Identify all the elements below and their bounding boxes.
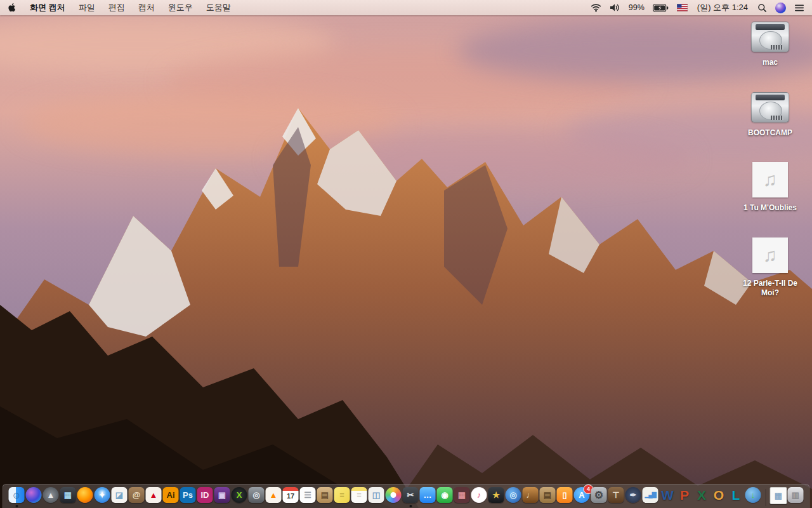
dock-item-vlc[interactable]: ▲ <box>265 487 282 508</box>
dock-item-acrobat[interactable]: ▲ <box>145 487 162 508</box>
dock-item-safari[interactable]: ✦ <box>94 487 111 508</box>
desktop-icon-tu-moublies[interactable]: ♫1 Tu M'Oublies <box>743 162 797 213</box>
desktop-icon-label: 12 Parle-T-Il De Moi? <box>734 279 806 298</box>
desktop-icon-label: mac <box>763 58 778 68</box>
numbers-icon: ▁▄▇ <box>643 487 658 503</box>
volume-icon <box>610 3 620 12</box>
toast-icon: ▣ <box>214 487 230 503</box>
dock-item-photos[interactable] <box>385 487 402 508</box>
firefox-icon <box>77 487 93 503</box>
menu-bar-clock[interactable]: (일) 오후 1:24 <box>696 2 749 13</box>
dock-item-finder[interactable]: ☺ <box>8 487 25 508</box>
battery-menu-item[interactable] <box>653 4 669 12</box>
dock-item-reminders[interactable]: ☰ <box>299 487 317 508</box>
dock-item-excel[interactable]: X <box>693 487 710 508</box>
hard-drive-icon <box>751 22 789 52</box>
menu-item-1[interactable]: 편집 <box>108 2 125 13</box>
dock-item-garageband[interactable]: ♩ <box>522 487 539 508</box>
input-source-menu-item[interactable] <box>677 4 688 11</box>
dock-item-archive-utility[interactable]: ▤ <box>317 487 334 508</box>
desktop-icon-label: 1 Tu M'Oublies <box>743 203 797 213</box>
dock-item-facetime[interactable]: ◉ <box>436 487 454 508</box>
menu-item-3[interactable]: 윈도우 <box>168 2 193 13</box>
illustrator-icon: Ai <box>163 487 179 503</box>
battery-percent: 99% <box>629 3 645 12</box>
dock-item-imovie-hd[interactable]: ★ <box>488 487 505 508</box>
finder-icon: ☺ <box>9 487 25 503</box>
dock-item-launchpad[interactable]: ▲ <box>43 487 60 508</box>
dock-item-photoshop[interactable]: Ps <box>180 487 197 508</box>
dock-item-ibooks[interactable]: ▯ <box>556 487 573 508</box>
dock-item-photo-booth[interactable]: ▦ <box>454 487 471 508</box>
stickies-icon: ≡ <box>334 487 350 503</box>
menu-item-2[interactable]: 캡처 <box>138 2 155 13</box>
dock-item-word[interactable]: W <box>659 487 676 508</box>
dock-item-stickies[interactable]: ≡ <box>334 487 351 508</box>
wifi-menu-item[interactable] <box>591 3 601 12</box>
dock-item-messages[interactable]: … <box>419 487 436 508</box>
desktop-icon-bootcamp[interactable]: BOOTCAMP <box>748 92 792 138</box>
dock-item-publishing-app[interactable]: ▤ <box>539 487 556 508</box>
desktop-icon-parle-t-il-de-moi[interactable]: ♫12 Parle-T-Il De Moi? <box>734 237 806 298</box>
dock-item-downloads[interactable]: ▦ <box>770 487 787 508</box>
dock-item-keynote[interactable]: ⊤ <box>608 487 625 508</box>
dock: ☺▲▦✦◪@▲AiPsID▣X◎▲17☰▤≡≡◫✂…◉▦♪★◎♩▤▯A4⚙⊤✒▁… <box>3 484 810 508</box>
apple-menu[interactable] <box>8 3 16 13</box>
dock-item-system-preferences[interactable]: ⚙ <box>591 487 608 508</box>
dock-item-app-store[interactable]: A4 <box>573 487 591 508</box>
dock-item-contacts[interactable]: @ <box>128 487 145 508</box>
ibooks-icon: ▯ <box>557 487 573 503</box>
garageband-icon: ♩ <box>523 487 539 503</box>
dock-item-outlook[interactable]: O <box>710 487 728 508</box>
dock-item-pages[interactable]: ✒ <box>625 487 642 508</box>
preview-icon: ◪ <box>112 487 128 503</box>
messages-icon: … <box>420 487 436 503</box>
wallpaper-graphic <box>0 0 812 508</box>
notification-center-menu-item[interactable] <box>794 4 804 12</box>
dock-item-illustrator[interactable]: Ai <box>162 487 180 508</box>
dock-item-video-converter[interactable]: ◎ <box>505 487 522 508</box>
dock-item-mission-control[interactable]: ▦ <box>60 487 77 508</box>
desktop-icon-column: macBOOTCAMP♫1 Tu M'Oublies♫12 Parle-T-Il… <box>732 22 808 298</box>
acrobat-icon: ▲ <box>146 487 162 503</box>
active-app-menu[interactable]: 화면 캡처 <box>30 2 65 13</box>
dock-item-dvd-player[interactable]: ◎ <box>248 487 265 508</box>
siri-menu-item[interactable] <box>775 3 786 13</box>
menu-bar: 화면 캡처 파일편집캡처윈도우도움말 99% <box>0 0 812 15</box>
dock-item-siri[interactable] <box>25 487 43 508</box>
dock-item-firefox[interactable] <box>77 487 94 508</box>
mission-control-icon: ▦ <box>60 487 76 503</box>
dock-item-grab[interactable]: ✂ <box>402 487 419 508</box>
dock-item-download-manager[interactable]: ↓ <box>745 487 762 508</box>
video-converter-icon: ◎ <box>506 487 521 503</box>
volume-menu-item[interactable] <box>610 3 620 12</box>
xld-icon: X <box>232 487 247 503</box>
dock-item-calendar[interactable]: 17 <box>282 487 299 508</box>
keynote-icon: ⊤ <box>608 487 624 503</box>
excel-icon: X <box>694 487 710 503</box>
word-icon: W <box>660 487 676 503</box>
dock-item-itunes[interactable]: ♪ <box>471 487 488 508</box>
dock-item-lync[interactable]: L <box>728 487 745 508</box>
dock-item-numbers[interactable]: ▁▄▇ <box>642 487 659 508</box>
dvd-player-icon: ◎ <box>249 487 265 503</box>
desktop-icon-label: BOOTCAMP <box>748 128 792 138</box>
spotlight-menu-item[interactable] <box>757 3 767 13</box>
dock-item-xld[interactable]: X <box>231 487 248 508</box>
desktop-icon-mac[interactable]: mac <box>751 22 789 68</box>
dock-item-notes[interactable]: ≡ <box>351 487 368 508</box>
dock-item-software-update[interactable]: ◫ <box>368 487 385 508</box>
dock-item-preview[interactable]: ◪ <box>111 487 128 508</box>
dock-item-powerpoint[interactable]: P <box>676 487 693 508</box>
outlook-icon: O <box>711 487 727 503</box>
grab-icon: ✂ <box>403 487 419 503</box>
safari-icon: ✦ <box>95 487 110 503</box>
dock-item-trash[interactable]: ▥ <box>787 487 804 508</box>
desktop-wallpaper <box>0 0 812 508</box>
menu-item-0[interactable]: 파일 <box>79 2 95 13</box>
dock-item-toast[interactable]: ▣ <box>214 487 231 508</box>
menu-item-4[interactable]: 도움말 <box>206 2 231 13</box>
photoshop-icon: Ps <box>180 487 196 503</box>
dock-item-indesign[interactable]: ID <box>197 487 214 508</box>
notes-icon: ≡ <box>351 487 367 503</box>
